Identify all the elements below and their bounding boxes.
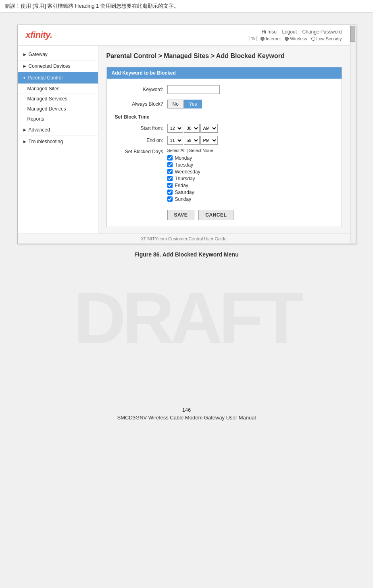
friday-label: Friday (175, 183, 188, 188)
select-none-link[interactable]: Select None (189, 148, 213, 153)
logout-link[interactable]: Logout (282, 29, 297, 35)
scrollbar[interactable] (350, 25, 356, 244)
wireless-label: Wireless (290, 36, 307, 41)
page-title: Parental Control > Managed Sites > Add B… (106, 52, 342, 60)
start-hour-select[interactable]: 12123 4567 891011 (167, 124, 183, 133)
logo-text: xfinity. (26, 30, 52, 40)
day-row-wednesday: Wednesday (167, 169, 333, 175)
security-label: Low Security (317, 36, 342, 41)
button-row: SAVE CANCEL (115, 210, 333, 220)
form-box-header: Add Keyword to be Blocked (107, 67, 342, 79)
internet-dot (260, 37, 265, 41)
wednesday-checkbox[interactable] (167, 169, 173, 174)
sunday-label: Sunday (175, 196, 192, 202)
end-hour-select[interactable]: 111212 3456 78910 (167, 136, 183, 145)
scrollbar-thumb[interactable] (350, 26, 355, 42)
content-panel: Parental Control > Managed Sites > Add B… (98, 46, 350, 234)
set-block-time-header: Set Block Time (115, 114, 333, 120)
arrow-icon: ▶ (23, 140, 26, 144)
browser-window: xfinity. Hi mso Logout Change Password % (17, 25, 356, 244)
keyword-input[interactable] (167, 85, 220, 94)
sidebar-label-connected-devices: Connected Devices (29, 63, 71, 69)
start-from-label: Start from: (115, 125, 167, 131)
watermark: DRAFT (16, 266, 357, 395)
arrow-icon: ▶ (23, 64, 26, 68)
day-row-tuesday: Tuesday (167, 162, 333, 168)
tuesday-label: Tuesday (175, 162, 194, 168)
error-text: 錯誤！使用 [常用] 索引標籤將 Heading 1 套用到您想要在此處顯示的文… (5, 3, 179, 9)
sidebar-label-reports: Reports (27, 116, 44, 122)
monday-checkbox[interactable] (167, 155, 173, 161)
always-block-label: Always Block? (115, 101, 167, 107)
arrow-icon: ▾ (23, 76, 25, 80)
sidebar-item-gateway[interactable]: ▶ Gateway (18, 49, 98, 60)
internet-status: Internet (260, 36, 281, 41)
sidebar-label-advanced: Advanced (29, 127, 50, 133)
always-block-row: Always Block? No Yes (115, 100, 333, 108)
no-button[interactable]: No (167, 100, 184, 108)
thursday-checkbox[interactable] (167, 176, 173, 181)
arrow-icon: ▶ (23, 128, 26, 132)
always-block-toggle: No Yes (167, 100, 202, 108)
xfinity-logo: xfinity. (26, 30, 52, 40)
doc-title: SMCD3GNV Wireless Cable Modem Gateway Us… (16, 415, 357, 421)
status-row: % Internet Wireless (250, 36, 342, 41)
sidebar-item-reports[interactable]: Reports (18, 114, 98, 124)
start-from-row: Start from: 12123 4567 891011 00153045 (115, 124, 333, 133)
sidebar-item-parental-control[interactable]: ▾ Parental Control (18, 72, 98, 84)
day-row-monday: Monday (167, 155, 333, 161)
form-box: Add Keyword to be Blocked Keyword: Alway… (106, 67, 342, 227)
saturday-checkbox[interactable] (167, 190, 173, 195)
sidebar-label-parental-control: Parental Control (28, 75, 63, 81)
xfinity-header: xfinity. Hi mso Logout Change Password % (18, 25, 350, 46)
wireless-dot (285, 37, 289, 41)
browser-footer-text: XFINITY.com Customer Central User Guide (141, 236, 227, 241)
username: Hi mso (262, 29, 277, 35)
end-ampm-select[interactable]: PMAM (200, 136, 218, 145)
sidebar-item-advanced[interactable]: ▶ Advanced (18, 124, 98, 136)
days-content: Select All | Select None Monday (167, 148, 333, 203)
sunday-checkbox[interactable] (167, 196, 173, 202)
end-on-row: End on: 111212 3456 78910 5900153045 (115, 136, 333, 145)
day-row-saturday: Saturday (167, 190, 333, 195)
header-right: Hi mso Logout Change Password % Internet (250, 29, 342, 41)
select-all-link[interactable]: Select All (167, 148, 185, 153)
sidebar-label-managed-services: Managed Services (27, 96, 67, 102)
set-blocked-days-label: Set Blocked Days (115, 148, 167, 203)
friday-checkbox[interactable] (167, 183, 173, 188)
sidebar-item-managed-sites[interactable]: Managed Sites (18, 84, 98, 94)
sidebar-label-troubleshooting: Troubleshooting (29, 139, 63, 144)
tuesday-checkbox[interactable] (167, 162, 173, 167)
days-section: Set Blocked Days Select All | Select Non… (115, 148, 333, 203)
start-minute-select[interactable]: 00153045 (184, 124, 200, 133)
day-row-thursday: Thursday (167, 176, 333, 181)
change-password-link[interactable]: Change Password (302, 29, 342, 35)
browser-footer: XFINITY.com Customer Central User Guide (18, 234, 350, 244)
internet-label: Internet (266, 36, 281, 41)
sidebar-label-managed-devices: Managed Devices (27, 106, 66, 112)
security-status: Low Security (311, 36, 342, 41)
monday-label: Monday (175, 155, 192, 161)
sidebar-item-managed-devices[interactable]: Managed Devices (18, 104, 98, 114)
page-number: 146 (16, 407, 357, 413)
sidebar: ▶ Gateway ▶ Connected Devices ▾ Parental… (18, 46, 98, 234)
wednesday-label: Wednesday (175, 169, 200, 175)
main-content: ▶ Gateway ▶ Connected Devices ▾ Parental… (18, 46, 350, 234)
end-minute-select[interactable]: 5900153045 (184, 136, 200, 145)
end-on-label: End on: (115, 138, 167, 143)
figure-caption: Figure 86. Add Blocked Keyword Menu (16, 251, 357, 258)
arrow-icon: ▶ (23, 52, 26, 56)
start-ampm-select[interactable]: AMPM (200, 124, 218, 133)
thursday-label: Thursday (175, 176, 195, 181)
sidebar-item-connected-devices[interactable]: ▶ Connected Devices (18, 60, 98, 72)
yes-button[interactable]: Yes (184, 100, 202, 108)
saturday-label: Saturday (175, 190, 194, 195)
select-links: Select All | Select None (167, 148, 333, 153)
wireless-status: Wireless (285, 36, 307, 41)
day-row-sunday: Sunday (167, 196, 333, 202)
sidebar-item-troubleshooting[interactable]: ▶ Troubleshooting (18, 136, 98, 147)
percent-indicator: % (250, 36, 256, 41)
sidebar-item-managed-services[interactable]: Managed Services (18, 94, 98, 104)
save-button[interactable]: SAVE (167, 210, 195, 220)
cancel-button[interactable]: CANCEL (198, 210, 233, 220)
